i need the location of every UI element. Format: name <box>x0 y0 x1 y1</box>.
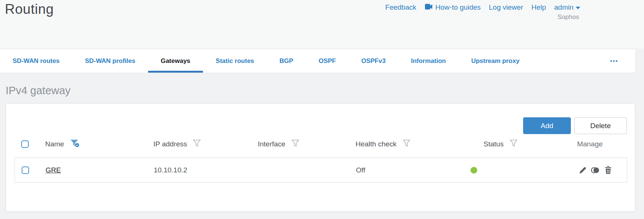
howto-guides-link[interactable]: How-to guides <box>425 3 481 12</box>
user-menu[interactable]: admin <box>554 3 580 12</box>
brand-label: Sophos <box>557 13 579 21</box>
user-menu-label: admin <box>554 3 573 12</box>
table-row: GRE 10.10.10.2 Off <box>15 158 627 182</box>
tab-bar: SD-WAN routes SD-WAN profiles Gateways S… <box>0 49 636 73</box>
help-link[interactable]: Help <box>531 3 546 12</box>
gateway-panel: Add Delete Name IP address <box>6 103 635 212</box>
content-area: IPv4 gateway Add Delete Name <box>0 85 644 212</box>
column-header-interface: Interface <box>258 140 285 148</box>
column-header-manage: Manage <box>577 140 603 148</box>
tab-sdwan-profiles[interactable]: SD-WAN profiles <box>72 49 148 73</box>
toolbar: Add Delete <box>523 117 627 134</box>
delete-icon[interactable] <box>603 165 613 175</box>
tab-upstream-proxy[interactable]: Upstream proxy <box>459 49 532 73</box>
log-viewer-link[interactable]: Log viewer <box>489 3 523 12</box>
tab-ospfv3[interactable]: OSPFv3 <box>348 49 398 73</box>
tab-overflow-menu[interactable]: ••• <box>610 49 618 73</box>
tab-gateways[interactable]: Gateways <box>148 49 203 73</box>
chevron-down-icon <box>576 7 580 9</box>
gateway-ip-address: 10.10.10.2 <box>154 166 187 174</box>
filter-icon[interactable] <box>510 139 518 149</box>
howto-guides-label: How-to guides <box>435 3 481 12</box>
tab-ospf[interactable]: OSPF <box>306 49 348 73</box>
column-header-status: Status <box>484 140 504 148</box>
tab-sdwan-routes[interactable]: SD-WAN routes <box>0 49 72 73</box>
column-header-name: Name <box>45 140 64 148</box>
add-button[interactable]: Add <box>523 117 571 134</box>
filter-icon[interactable] <box>403 139 410 149</box>
feedback-link[interactable]: Feedback <box>385 3 416 12</box>
column-header-health-check: Health check <box>356 140 397 148</box>
video-camera-icon <box>425 3 433 12</box>
edit-icon[interactable] <box>578 165 588 175</box>
delete-button[interactable]: Delete <box>574 117 627 134</box>
tab-information[interactable]: Information <box>398 49 459 73</box>
gateway-health-check: Off <box>356 166 365 174</box>
select-all-checkbox[interactable] <box>21 140 29 148</box>
filter-active-icon[interactable] <box>70 139 80 150</box>
filter-icon[interactable] <box>291 139 299 149</box>
page-title: Routing <box>5 1 54 17</box>
gateway-name-link[interactable]: GRE <box>46 166 61 174</box>
tab-bgp[interactable]: BGP <box>267 49 306 73</box>
status-up-indicator <box>471 167 477 174</box>
row-checkbox[interactable] <box>22 166 29 174</box>
column-header-ip-address: IP address <box>153 140 187 148</box>
section-heading: IPv4 gateway <box>6 85 644 97</box>
clone-icon[interactable] <box>591 165 600 175</box>
top-nav: Feedback How-to guides Log viewer Help a… <box>385 3 580 12</box>
table-header: Name IP address Interface <box>15 138 627 150</box>
tab-static-routes[interactable]: Static routes <box>203 49 267 73</box>
page-header: Routing Feedback How-to guides Log viewe… <box>0 0 644 48</box>
filter-icon[interactable] <box>193 139 201 149</box>
gateway-table: GRE 10.10.10.2 Off <box>15 158 627 182</box>
